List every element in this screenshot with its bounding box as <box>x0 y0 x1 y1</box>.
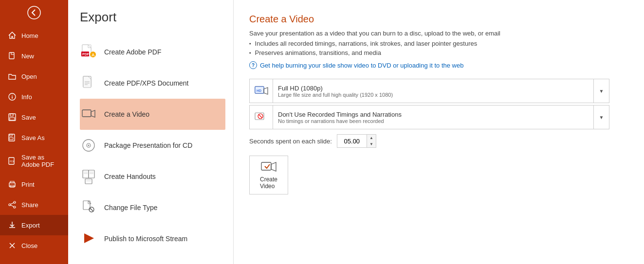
sidebar-item-open[interactable]: Open <box>0 66 68 87</box>
create-video-button[interactable]: CreateVideo <box>249 156 288 194</box>
export-item-create-video[interactable]: Create a Video <box>80 99 225 130</box>
svg-marker-32 <box>91 110 95 117</box>
svg-rect-38 <box>89 170 94 178</box>
sidebar-item-home[interactable]: Home <box>0 25 68 46</box>
close-icon <box>8 241 17 250</box>
sidebar-item-new[interactable]: New <box>0 46 68 66</box>
seconds-input[interactable] <box>337 136 367 147</box>
print-icon <box>8 180 17 189</box>
quality-dropdown-text: Full HD (1080p) Large file size and full… <box>273 82 593 101</box>
svg-rect-43 <box>85 179 92 184</box>
sidebar-item-print[interactable]: Print <box>0 174 68 194</box>
export-item-package-cd[interactable]: Package Presentation for CD <box>80 130 225 161</box>
svg-rect-1 <box>9 53 14 59</box>
svg-rect-31 <box>82 110 91 117</box>
svg-line-18 <box>11 203 14 204</box>
svg-marker-52 <box>264 88 268 94</box>
quality-sub: Large file size and full high quality (1… <box>278 92 589 98</box>
quality-dropdown-icon: HD <box>250 79 273 103</box>
seconds-row: Seconds spent on each slide: ▲ ▼ <box>249 134 628 148</box>
sidebar-item-export[interactable]: Export <box>0 215 68 235</box>
content-bullets: Includes all recorded timings, narration… <box>249 40 628 56</box>
quality-main: Full HD (1080p) <box>278 85 589 92</box>
sidebar-label-close: Close <box>21 242 37 249</box>
svg-rect-6 <box>10 114 13 116</box>
export-icon <box>8 221 17 229</box>
seconds-spin-down[interactable]: ▼ <box>367 141 376 147</box>
seconds-label: Seconds spent on each slide: <box>249 138 332 145</box>
quality-dropdown-arrow[interactable]: ▼ <box>593 79 609 103</box>
change-file-icon <box>80 199 97 216</box>
export-title: Export <box>80 10 233 25</box>
back-button[interactable] <box>0 0 68 25</box>
svg-text:HD: HD <box>257 89 261 92</box>
svg-rect-56 <box>261 162 271 170</box>
seconds-spin-up[interactable]: ▲ <box>367 135 376 141</box>
svg-line-55 <box>259 115 262 118</box>
save-icon <box>8 113 17 122</box>
export-item-publish-stream[interactable]: Publish to Microsoft Stream <box>80 223 225 254</box>
sidebar-label-savepdf: Save as Adobe PDF <box>21 154 60 168</box>
sidebar-label-save: Save <box>21 114 36 121</box>
create-video-label: Create a Video <box>104 110 149 118</box>
svg-point-17 <box>9 204 11 206</box>
new-icon <box>8 52 17 60</box>
sidebar-label-info: Info <box>21 93 32 101</box>
export-item-handouts[interactable]: Create Handouts <box>80 161 225 192</box>
adobe-pdf-icon: PDF A <box>80 43 97 61</box>
export-items-list: PDF A Create Adobe PDF Create PDF/XPS Do… <box>80 36 233 254</box>
svg-rect-37 <box>83 170 89 178</box>
sidebar: Home New Open Info Save <box>0 0 68 264</box>
publish-stream-icon <box>80 230 97 247</box>
sidebar-item-savepdf[interactable]: PDF Save as Adobe PDF <box>0 148 68 174</box>
seconds-input-wrap[interactable]: ▲ ▼ <box>337 134 376 148</box>
sidebar-label-open: Open <box>21 73 37 80</box>
timings-dropdown-arrow[interactable]: ▼ <box>593 106 609 129</box>
bullet-1: Includes all recorded timings, narration… <box>249 40 628 47</box>
sidebar-label-print: Print <box>21 181 35 188</box>
help-link[interactable]: ? Get help burning your slide show video… <box>249 61 628 69</box>
sidebar-item-saveas[interactable]: Save As <box>0 127 68 148</box>
export-menu: Export PDF A Create Adobe PDF <box>68 0 234 264</box>
svg-point-0 <box>28 6 40 19</box>
sidebar-item-save[interactable]: Save <box>0 107 68 127</box>
svg-text:PDF: PDF <box>10 160 15 163</box>
svg-rect-10 <box>9 138 13 140</box>
savepdf-icon: PDF <box>8 157 17 165</box>
svg-rect-45 <box>83 201 90 210</box>
pdf-xps-label: Create PDF/XPS Document <box>104 79 189 87</box>
sidebar-item-share[interactable]: Share <box>0 194 68 215</box>
svg-point-36 <box>88 145 90 146</box>
sidebar-item-info[interactable]: Info <box>0 87 68 107</box>
timings-dropdown-text: Don't Use Recorded Timings and Narration… <box>273 108 593 127</box>
content-title: Create a Video <box>249 14 628 25</box>
home-icon <box>8 31 17 40</box>
svg-point-4 <box>12 95 13 96</box>
sidebar-label-home: Home <box>21 32 38 39</box>
export-content: Create a Video Save your presentation as… <box>234 0 644 264</box>
svg-marker-57 <box>271 162 276 171</box>
export-item-pdf-xps[interactable]: Create PDF/XPS Document <box>80 68 225 99</box>
timings-sub: No timings or narrations have been recor… <box>278 118 589 124</box>
export-item-adobe-pdf[interactable]: PDF A Create Adobe PDF <box>80 36 225 68</box>
seconds-spin: ▲ ▼ <box>367 135 376 147</box>
svg-rect-7 <box>10 118 15 120</box>
svg-line-19 <box>11 205 14 207</box>
svg-text:A: A <box>92 53 95 57</box>
sidebar-label-export: Export <box>21 222 40 229</box>
sidebar-item-close[interactable]: Close <box>0 235 68 256</box>
info-icon <box>8 92 17 101</box>
handouts-label: Create Handouts <box>104 173 156 180</box>
sidebar-label-share: Share <box>21 201 38 209</box>
timings-dropdown[interactable]: Don't Use Recorded Timings and Narration… <box>249 105 609 129</box>
svg-text:PDF: PDF <box>82 53 90 56</box>
quality-dropdown[interactable]: HD Full HD (1080p) Large file size and f… <box>249 79 609 103</box>
create-video-btn-label: CreateVideo <box>260 176 277 190</box>
svg-point-15 <box>14 201 16 203</box>
export-item-change-file[interactable]: Change File Type <box>80 192 225 223</box>
handouts-icon <box>80 168 97 185</box>
create-video-icon <box>80 106 97 123</box>
content-description: Save your presentation as a video that y… <box>249 30 628 37</box>
pdf-xps-icon <box>80 74 97 92</box>
share-icon <box>8 200 17 209</box>
